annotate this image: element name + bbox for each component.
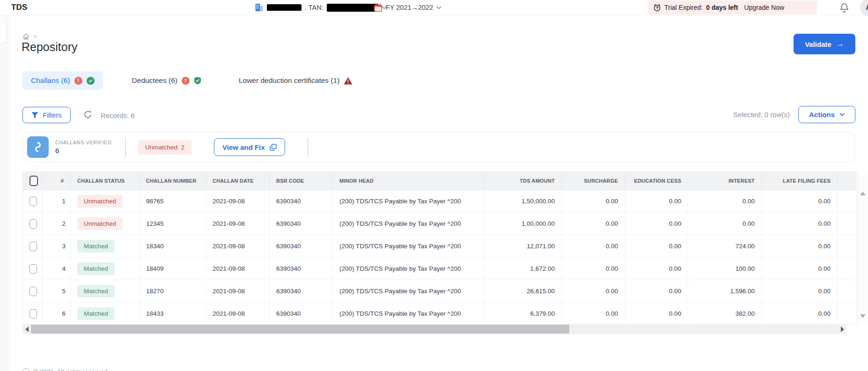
tab-challans[interactable]: Challans (6) ! bbox=[22, 71, 103, 90]
cell-num: 6 bbox=[43, 303, 71, 325]
horizontal-scrollbar-thumb[interactable] bbox=[31, 325, 569, 334]
upgrade-now-link[interactable]: Upgrade Now bbox=[744, 4, 784, 11]
fy-selector[interactable]: FY 2021→2022 bbox=[374, 0, 441, 15]
table-row: 1Unmatched987652021-09-086390340(200) TD… bbox=[23, 190, 856, 213]
tab-label: Deductees (6) bbox=[132, 76, 177, 85]
cell-bsr: 6390340 bbox=[270, 235, 333, 258]
chevron-down-icon bbox=[839, 113, 845, 116]
fy-label: FY 2021→2022 bbox=[386, 4, 433, 11]
cell-select bbox=[23, 258, 43, 280]
cell-surcharge: 0.00 bbox=[562, 190, 625, 213]
cell-select bbox=[23, 213, 43, 235]
cell-date: 2021-09-08 bbox=[206, 235, 270, 258]
col-date: CHALLAN DATE bbox=[206, 172, 270, 190]
home-icon[interactable] bbox=[22, 33, 29, 40]
cell-number: 18409 bbox=[140, 258, 206, 280]
vertical-divider bbox=[308, 137, 308, 157]
cell-select bbox=[23, 280, 43, 303]
cell-date: 2021-09-08 bbox=[206, 280, 270, 303]
cell-tds: 1,00,000.00 bbox=[485, 213, 562, 235]
scroll-left-arrow-icon bbox=[25, 326, 29, 332]
row-checkbox[interactable] bbox=[29, 287, 37, 296]
cell-interest: 382.00 bbox=[688, 303, 762, 325]
cell-bsr: 6390340 bbox=[270, 303, 333, 325]
status-badge: Unmatched bbox=[77, 195, 123, 208]
sidebar-expand-handle[interactable] bbox=[0, 22, 7, 43]
cell-select bbox=[23, 190, 43, 213]
cell-number: 98765 bbox=[140, 190, 206, 213]
tab-label: Lower deduction certificates (1) bbox=[239, 76, 339, 85]
tab-lower-deduction-certificates[interactable]: Lower deduction certificates (1) bbox=[230, 71, 361, 90]
cell-late: 0.00 bbox=[762, 280, 838, 303]
select-all-checkbox[interactable] bbox=[29, 176, 38, 186]
cell-status: Unmatched bbox=[71, 190, 140, 213]
col-num: # bbox=[43, 172, 71, 190]
tab-deductees[interactable]: Deductees (6) ! bbox=[124, 71, 210, 90]
refresh-icon[interactable] bbox=[83, 110, 92, 119]
scroll-left-button[interactable] bbox=[22, 324, 31, 334]
actions-button[interactable]: Actions bbox=[798, 106, 855, 123]
cell-surcharge: 0.00 bbox=[562, 303, 625, 325]
col-number: CHALLAN NUMBER bbox=[140, 172, 206, 190]
row-checkbox[interactable] bbox=[29, 219, 37, 229]
scroll-right-arrow-icon bbox=[841, 326, 844, 332]
filters-button[interactable]: Filters bbox=[22, 107, 71, 123]
cell-num: 2 bbox=[43, 213, 71, 235]
row-checkbox[interactable] bbox=[29, 197, 37, 206]
col-late: LATE FILING FEES bbox=[762, 172, 838, 190]
org-selector[interactable]: . TAN: bbox=[254, 0, 387, 15]
cell-late: 0.00 bbox=[762, 190, 838, 213]
scroll-up-arrow-icon[interactable] bbox=[860, 192, 866, 195]
status-badge: Matched bbox=[77, 240, 115, 252]
status-badge: Unmatched bbox=[77, 217, 123, 230]
cell-date: 2021-09-08 bbox=[206, 258, 270, 280]
cell-date: 2021-09-08 bbox=[206, 303, 270, 325]
cell-status: Matched bbox=[71, 303, 140, 325]
trial-banner: Trial Expired: 0 days left Upgrade Now bbox=[647, 0, 817, 15]
cell-select bbox=[23, 303, 43, 325]
notifications-bell-icon[interactable] bbox=[839, 2, 849, 13]
cell-interest: 100.00 bbox=[688, 258, 762, 280]
cell-late: 0.00 bbox=[762, 303, 838, 325]
cell-minor: (200) TDS/TCS Payable by Tax Payer ^200 bbox=[333, 303, 485, 325]
records-count: Records: 6 bbox=[101, 111, 135, 119]
cell-cess: 0.00 bbox=[625, 303, 688, 325]
arrow-right-icon: → bbox=[836, 39, 844, 49]
view-and-fix-button[interactable]: View and Fix bbox=[214, 138, 285, 156]
org-name-redacted bbox=[267, 4, 302, 11]
row-checkbox[interactable] bbox=[29, 309, 37, 319]
row-checkbox[interactable] bbox=[29, 264, 37, 274]
challans-summary-card: CHALLANS VERIFIED 6 Unmatched: 2 View an… bbox=[22, 132, 855, 162]
topbar: TDS . TAN: FY 2021→2022 Trial Expired: 0… bbox=[0, 0, 868, 15]
row-checkbox[interactable] bbox=[29, 242, 37, 251]
cell-cess: 0.00 bbox=[625, 235, 688, 258]
shield-check-icon bbox=[194, 76, 201, 85]
building-icon bbox=[254, 3, 264, 12]
error-count-icon: ! bbox=[74, 77, 82, 85]
vertical-scrollbar[interactable] bbox=[857, 172, 868, 323]
calendar-icon bbox=[374, 3, 383, 12]
cell-number: 12345 bbox=[140, 213, 206, 235]
user-avatar[interactable]: A bbox=[860, 0, 868, 16]
scroll-right-button[interactable] bbox=[838, 324, 846, 334]
stat-value: 6 bbox=[55, 147, 125, 155]
cell-tds: 26,615.00 bbox=[485, 280, 562, 303]
cell-cess: 0.00 bbox=[625, 213, 688, 235]
cell-interest: 1,596.00 bbox=[688, 280, 762, 303]
horizontal-scrollbar[interactable] bbox=[22, 324, 846, 334]
cell-minor: (200) TDS/TCS Payable by Tax Payer ^200 bbox=[333, 190, 485, 213]
cell-surcharge: 0.00 bbox=[562, 258, 625, 280]
breadcrumb-separator: > bbox=[33, 33, 37, 40]
cell-interest: 724.00 bbox=[688, 235, 762, 258]
validate-button[interactable]: Validate → bbox=[794, 34, 855, 54]
cell-cess: 0.00 bbox=[625, 258, 688, 280]
collapsed-sidebar bbox=[0, 15, 8, 371]
cell-number: 18270 bbox=[140, 280, 206, 303]
funnel-icon bbox=[31, 112, 38, 119]
col-filler bbox=[838, 172, 856, 190]
cell-bsr: 6390340 bbox=[270, 190, 333, 213]
alarm-clock-icon bbox=[653, 4, 661, 12]
scroll-down-arrow-icon[interactable] bbox=[860, 314, 866, 318]
cell-filler bbox=[838, 280, 856, 303]
col-select bbox=[23, 172, 43, 190]
